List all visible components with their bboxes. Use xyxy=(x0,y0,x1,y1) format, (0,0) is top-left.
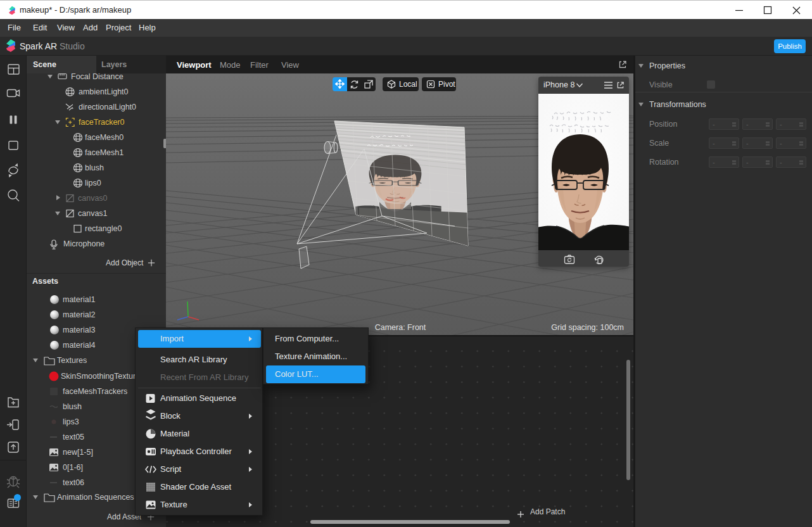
svg-text:Grid spacing: 100cm: Grid spacing: 100cm xyxy=(551,323,624,332)
svg-text:Camera: Front: Camera: Front xyxy=(375,323,426,332)
